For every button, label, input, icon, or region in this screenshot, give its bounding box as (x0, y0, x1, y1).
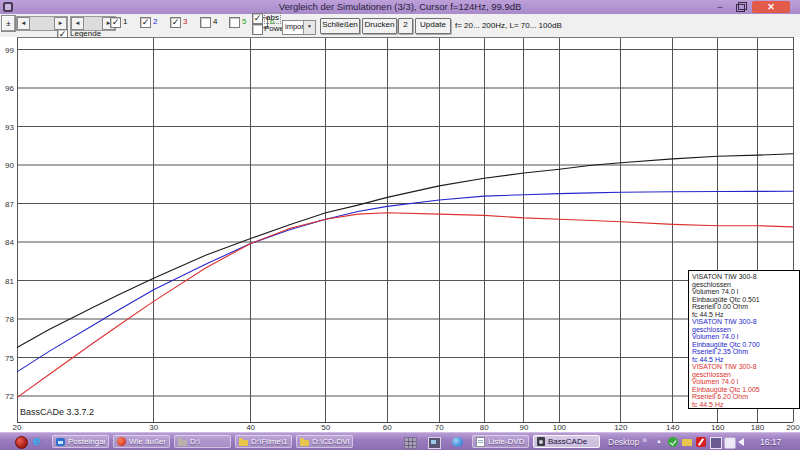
internet-explorer-icon[interactable]: e (33, 433, 40, 448)
x-tick-label-80: 80 (480, 423, 489, 432)
application-window: Vergleich der Simulationen (3/3), Cursor… (0, 0, 800, 450)
legend-entry-2-line-4: Einbaugüte Qtc 0.700 (692, 341, 799, 349)
chart-canvas[interactable] (0, 0, 800, 433)
taskbar-button-wie-u-ert-si-[interactable]: Wie äußert si... (113, 435, 170, 448)
legend-entry-1-line-3: Volumen 74.0 l (692, 288, 799, 296)
shield-check-icon[interactable] (668, 437, 678, 447)
legend-entry-2-line-5: Rseriell 2.35 Ohm (692, 348, 799, 356)
red-orb-icon[interactable] (15, 436, 28, 449)
y-tick-label-96: 96 (0, 84, 14, 93)
x-tick-label-100: 100 (553, 423, 566, 432)
folder-icon (239, 440, 248, 446)
folder-tray-icon[interactable] (682, 439, 692, 446)
x-tick-label-20: 20 (13, 423, 22, 432)
x-tick-label-70: 70 (435, 423, 444, 432)
x-tick-label-140: 140 (666, 423, 679, 432)
taskbar-button-label: D:\ (190, 437, 200, 446)
taskbar-button-label: D:\CD-DVD-... (312, 437, 349, 446)
taskbar-button-posteingang-[interactable]: Posteingang ... (52, 435, 109, 448)
x-tick-label-200: 200 (786, 423, 799, 432)
computer-icon[interactable] (428, 437, 441, 449)
taskbar: e Posteingang ...Wie äußert si...D:\D:\F… (0, 432, 800, 450)
folder-gray-icon (178, 440, 187, 446)
x-tick-label-120: 120 (614, 423, 627, 432)
taskbar-button-d-[interactable]: D:\ (174, 435, 231, 448)
y-tick-label-72: 72 (0, 392, 14, 401)
display-icon[interactable] (710, 437, 722, 449)
legend-entry-1-line-6: fc 44.5 Hz (692, 311, 799, 319)
desktop-toolbar-label[interactable]: Desktop (608, 437, 639, 447)
legend-entry-3-line-6: fc 44.5 Hz (692, 401, 799, 409)
taskbar-button-label: Posteingang ... (68, 437, 105, 446)
folder-icon (300, 440, 309, 446)
x-tick-label-160: 160 (711, 423, 724, 432)
globe-icon[interactable] (452, 437, 463, 447)
watermark: BassCADe 3.3.7.2 (20, 407, 94, 417)
legend-entry-2-line-2: geschlossen (692, 326, 799, 334)
y-tick-label-78: 78 (0, 315, 14, 324)
toolbar-chevron-icon[interactable]: » (642, 435, 647, 445)
legend-entry-2-line-6: fc 44.5 Hz (692, 356, 799, 364)
notepad-icon (476, 437, 485, 447)
app-icon (537, 437, 545, 446)
legend-entry-1-line-4: Einbaugüte Qtc 0.501 (692, 296, 799, 304)
browser-icon (117, 437, 126, 446)
y-tick-label-87: 87 (0, 200, 14, 209)
y-tick-label-93: 93 (0, 123, 14, 132)
x-tick-label-50: 50 (321, 423, 330, 432)
x-tick-label-40: 40 (246, 423, 255, 432)
show-hidden-icons-arrow[interactable]: ▲ (656, 438, 662, 444)
legend-entry-2-line-1: VISATON TIW 300-8 (692, 318, 799, 326)
mail-icon (56, 438, 65, 446)
legend-entry-2-line-3: Volumen 74.0 l (692, 333, 799, 341)
x-tick-label-90: 90 (519, 423, 528, 432)
grid-icon[interactable] (404, 437, 417, 449)
y-tick-label-84: 84 (0, 238, 14, 247)
legend-entry-3-line-4: Einbaugüte Qtc 1.005 (692, 386, 799, 394)
taskbar-button-label: Liste-DVD.d... (488, 437, 525, 446)
taskbar-clock[interactable]: 16:17 (760, 437, 781, 447)
taskbar-button-label: D:\Filme\1-G... (251, 437, 288, 446)
legend-entry-3-line-5: Rseriell 6.20 Ohm (692, 393, 799, 401)
legend-entry-3-line-3: Volumen 74.0 l (692, 378, 799, 386)
legend-entry-3-line-2: geschlossen (692, 371, 799, 379)
curve-series-2 (17, 191, 793, 372)
taskbar-button-basscade[interactable]: BassCADe (533, 435, 600, 448)
ati-icon[interactable] (696, 437, 706, 447)
curve-series-3 (17, 213, 793, 398)
y-tick-label-81: 81 (0, 277, 14, 286)
legend-entry-3-line-1: VISATON TIW 300-8 (692, 363, 799, 371)
chart-area[interactable]: 7275788184879093969920304050607080901001… (0, 37, 800, 433)
taskbar-button-d-cd-dvd-[interactable]: D:\CD-DVD-... (296, 435, 353, 448)
taskbar-button-label: BassCADe (548, 437, 587, 446)
volume-icon[interactable] (738, 438, 744, 446)
taskbar-button-label: Wie äußert si... (129, 437, 166, 446)
legend-entry-1-line-5: Rseriell 0.00 Ohm (692, 303, 799, 311)
legend-entry-1-line-2: geschlossen (692, 281, 799, 289)
taskbar-button-d-filme-1-g-[interactable]: D:\Filme\1-G... (235, 435, 292, 448)
x-tick-label-180: 180 (751, 423, 764, 432)
taskbar-button-liste-dvd-d-[interactable]: Liste-DVD.d... (472, 435, 529, 448)
x-tick-label-60: 60 (383, 423, 392, 432)
y-tick-label-90: 90 (0, 161, 14, 170)
legend-entry-1-line-1: VISATON TIW 300-8 (692, 273, 799, 281)
y-tick-label-75: 75 (0, 354, 14, 363)
x-tick-label-30: 30 (149, 423, 158, 432)
chart-legend: VISATON TIW 300-8geschlossenVolumen 74.0… (688, 270, 800, 409)
y-tick-label-99: 99 (0, 46, 14, 55)
